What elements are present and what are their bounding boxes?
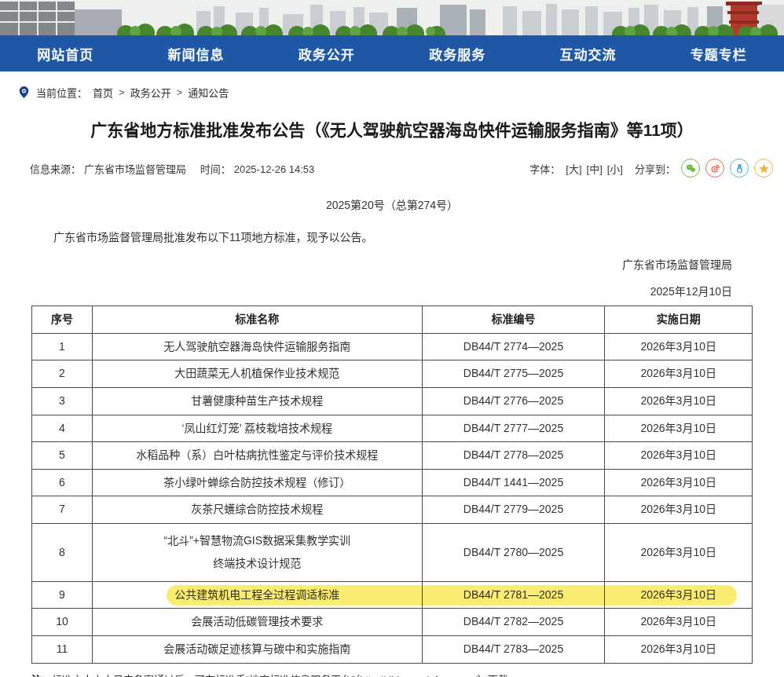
footnote: 注：标准文本六十日内备案通过后，可在标准委“地方标准信息服务平台”（http:/…	[31, 672, 753, 677]
cell-code: DB44/T 2779—2025	[422, 496, 605, 524]
star-share-icon[interactable]	[754, 159, 773, 177]
footnote-prefix: 注：	[31, 674, 52, 677]
cell-date: 2026年3月10日	[605, 415, 753, 442]
issuer-name: 广东省市场监督管理局	[0, 256, 732, 272]
standards-table: 序号标准名称标准编号实施日期 1无人驾驶航空器海岛快件运输服务指南DB44/T …	[31, 306, 753, 663]
cell-date: 2026年3月10日	[605, 496, 753, 524]
nav-item-gov-service[interactable]: 政务服务	[392, 35, 522, 71]
cell-no: 11	[32, 636, 93, 664]
cell-date: 2026年3月10日	[605, 442, 753, 470]
cell-code: DB44/T 2781—2025	[422, 581, 605, 609]
cell-code: DB44/T 2774—2025	[422, 333, 605, 360]
main-nav: 网站首页新闻信息政务公开政务服务互动交流专题专栏	[0, 35, 784, 71]
announcement-body: 广东省市场监督管理局批准发布以下11项地方标准，现予以公告。	[31, 229, 753, 244]
table-row: 1无人驾驶航空器海岛快件运输服务指南DB44/T 2774—20252026年3…	[32, 333, 753, 360]
cell-name: 公共建筑机电工程全过程调适标准	[93, 581, 423, 609]
breadcrumb-item-home[interactable]: 首页	[93, 85, 113, 100]
cell-date: 2026年3月10日	[605, 388, 753, 415]
table-row: 5水稻品种（系）白叶枯病抗性鉴定与评价技术规程DB44/T 2778—20252…	[32, 442, 753, 470]
weibo-share-icon[interactable]	[705, 159, 724, 177]
page-title: 广东省地方标准批准发布公告（《无人驾驶航空器海岛快件运输服务指南》等11项）	[24, 119, 760, 141]
source-label: 信息来源：	[30, 163, 81, 175]
cell-name: 灰茶尺蠖综合防控技术规程	[93, 496, 423, 524]
breadcrumb-separator: >	[177, 86, 183, 98]
font-size-small-button[interactable]: [小]	[607, 161, 623, 176]
article-meta: 信息来源：广东省市场监督管理局 时间：2025-12-26 14:53 字体： …	[30, 159, 773, 177]
nav-item-interaction[interactable]: 互动交流	[522, 35, 653, 71]
cell-name: “北斗”+智慧物流GIS数据采集教学实训 终端技术设计规范	[93, 524, 423, 582]
table-row: 4‘凤山红灯笼’ 荔枝栽培技术规程DB44/T 2777—20252026年3月…	[32, 415, 753, 442]
cell-code: DB44/T 2783—2025	[422, 636, 605, 664]
nav-item-gov-info[interactable]: 政务公开	[262, 35, 392, 71]
document-number: 2025第20号（总第274号）	[0, 196, 784, 212]
nav-item-news[interactable]: 新闻信息	[130, 35, 261, 71]
cell-name: 茶小绿叶蝉综合防控技术规程（修订）	[93, 469, 423, 496]
cell-no: 3	[32, 388, 93, 415]
cell-no: 8	[32, 524, 93, 582]
breadcrumb-item-gov-info[interactable]: 政务公开	[130, 85, 171, 100]
page: { "nav": { "bg_color": "#1d57a6", "items…	[0, 0, 784, 677]
cell-date: 2026年3月10日	[605, 581, 753, 609]
cell-no: 2	[32, 360, 93, 388]
location-pin-icon	[17, 86, 31, 99]
nav-item-home[interactable]: 网站首页	[0, 35, 130, 71]
cell-no: 10	[32, 609, 93, 636]
table-row: 8“北斗”+智慧物流GIS数据采集教学实训 终端技术设计规范DB44/T 278…	[32, 524, 753, 582]
cell-code: DB44/T 2782—2025	[422, 609, 605, 636]
standards-table-wrap: 序号标准名称标准编号实施日期 1无人驾驶航空器海岛快件运输服务指南DB44/T …	[31, 306, 753, 663]
qq-share-icon[interactable]	[730, 159, 749, 177]
time-value: 2025-12-26 14:53	[234, 163, 315, 175]
footnote-text: 标准文本六十日内备案通过后，可在标准委“地方标准信息服务平台”（http://d…	[52, 674, 518, 677]
table-row: 3甘薯健康种苗生产技术规程DB44/T 2776—20252026年3月10日	[32, 388, 753, 415]
cell-code: DB44/T 2780—2025	[422, 524, 605, 582]
table-row: 7灰茶尺蠖综合防控技术规程DB44/T 2779—20252026年3月10日	[32, 496, 753, 524]
table-column-header: 标准名称	[93, 306, 423, 334]
share-label: 分享到：	[635, 161, 676, 176]
article-meta-right: 字体： [大][中][小] 分享到：	[529, 159, 773, 177]
breadcrumb: 当前位置： 首页>政务公开>通知公告	[17, 85, 784, 100]
cell-no: 4	[32, 415, 93, 442]
cell-name: 无人驾驶航空器海岛快件运输服务指南	[93, 333, 423, 360]
table-column-header: 序号	[32, 306, 93, 334]
table-row: 9公共建筑机电工程全过程调适标准DB44/T 2781—20252026年3月1…	[32, 581, 753, 609]
cell-name: 甘薯健康种苗生产技术规程	[93, 388, 423, 415]
table-row: 10会展活动低碳管理技术要求DB44/T 2782—20252026年3月10日	[32, 609, 753, 636]
cell-code: DB44/T 2775—2025	[422, 360, 605, 388]
table-column-header: 实施日期	[605, 306, 753, 334]
cell-name: 水稻品种（系）白叶枯病抗性鉴定与评价技术规程	[93, 442, 423, 470]
cell-date: 2026年3月10日	[605, 333, 753, 360]
article-meta-left: 信息来源：广东省市场监督管理局 时间：2025-12-26 14:53	[30, 161, 317, 176]
table-column-header: 标准编号	[422, 306, 605, 334]
cell-code: DB44/T 2777—2025	[422, 415, 605, 442]
nav-item-topics[interactable]: 专题专栏	[654, 35, 784, 71]
breadcrumb-item-notices[interactable]: 通知公告	[188, 85, 229, 100]
cell-no: 5	[32, 442, 93, 470]
cell-no: 6	[32, 469, 93, 496]
font-size-controls: [大][中][小]	[566, 161, 623, 176]
cell-code: DB44/T 1441—2025	[422, 469, 605, 496]
breadcrumb-separator: >	[119, 86, 125, 98]
cell-date: 2026年3月10日	[605, 360, 753, 388]
time-label: 时间：	[200, 163, 231, 175]
breadcrumb-label: 当前位置：	[36, 85, 87, 100]
cell-date: 2026年3月10日	[605, 636, 753, 664]
table-row: 11会展活动碳足迹核算与碳中和实施指南DB44/T 2783—20252026年…	[32, 636, 753, 664]
font-size-medium-button[interactable]: [中]	[587, 161, 603, 176]
table-row: 6茶小绿叶蝉综合防控技术规程（修订）DB44/T 1441—20252026年3…	[32, 469, 753, 496]
breadcrumb-items: 首页>政务公开>通知公告	[93, 85, 229, 100]
cell-date: 2026年3月10日	[605, 524, 753, 582]
table-header-row: 序号标准名称标准编号实施日期	[32, 306, 753, 334]
cell-name: 会展活动碳足迹核算与碳中和实施指南	[93, 636, 423, 664]
wechat-share-icon[interactable]	[681, 159, 700, 177]
header-cityscape-image	[0, 0, 784, 35]
table-body: 1无人驾驶航空器海岛快件运输服务指南DB44/T 2774—20252026年3…	[32, 333, 753, 663]
issue-date: 2025年12月10日	[0, 283, 732, 298]
font-size-large-button[interactable]: [大]	[566, 161, 581, 176]
cell-code: DB44/T 2776—2025	[422, 388, 605, 415]
cell-name: 会展活动低碳管理技术要求	[93, 609, 423, 636]
cell-name: ‘凤山红灯笼’ 荔枝栽培技术规程	[93, 415, 423, 442]
cell-code: DB44/T 2778—2025	[422, 442, 605, 470]
table-row: 2大田蔬菜无人机植保作业技术规范DB44/T 2775—20252026年3月1…	[32, 360, 753, 388]
source-value: 广东省市场监督管理局	[84, 163, 186, 175]
cell-no: 1	[32, 333, 93, 360]
